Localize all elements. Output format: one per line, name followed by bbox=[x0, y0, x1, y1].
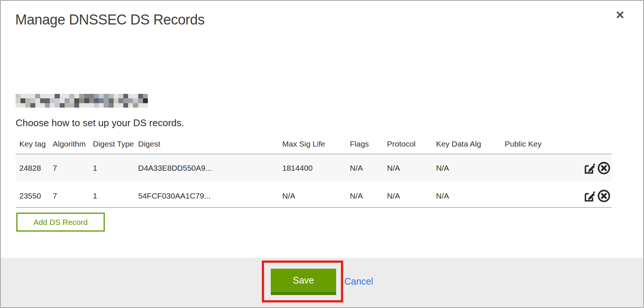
header-key-tag: Key tag bbox=[19, 140, 46, 148]
table-row: 24828 7 1 D4A33E8DD550A9... 1814400 N/A … bbox=[16, 154, 612, 182]
add-ds-record-button[interactable]: Add DS Record bbox=[16, 213, 105, 232]
row-actions bbox=[583, 189, 611, 203]
manage-dnssec-dialog: Manage DNSSEC DS Records ✕ Choose how to… bbox=[0, 0, 644, 308]
cell-key-tag: 23550 bbox=[19, 191, 41, 200]
cell-flags: N/A bbox=[350, 191, 363, 200]
cell-protocol: N/A bbox=[387, 191, 400, 200]
row-actions bbox=[583, 161, 611, 175]
cell-algorithm: 7 bbox=[53, 164, 57, 173]
cell-max-sig-life: 1814400 bbox=[282, 164, 313, 173]
header-protocol: Protocol bbox=[387, 140, 416, 148]
edit-icon[interactable] bbox=[583, 161, 597, 175]
header-digest: Digest bbox=[138, 140, 160, 148]
cell-key-data-alg: N/A bbox=[436, 191, 449, 200]
cell-digest: D4A33E8DD550A9... bbox=[138, 164, 212, 173]
dialog-title: Manage DNSSEC DS Records bbox=[15, 12, 205, 28]
table-header-row: Key tag Algorithm Digest Type Digest Max… bbox=[16, 140, 612, 150]
cell-flags: N/A bbox=[350, 164, 363, 173]
cell-key-tag: 24828 bbox=[19, 164, 41, 173]
table-bottom-border bbox=[16, 207, 612, 208]
domain-name-redacted bbox=[16, 94, 148, 108]
header-key-data-alg: Key Data Alg bbox=[436, 140, 481, 148]
cell-max-sig-life: N/A bbox=[282, 191, 295, 200]
edit-icon[interactable] bbox=[583, 189, 597, 203]
header-flags: Flags bbox=[350, 140, 369, 148]
close-icon[interactable]: ✕ bbox=[615, 10, 625, 21]
cancel-link[interactable]: Cancel bbox=[344, 276, 373, 287]
cell-algorithm: 7 bbox=[53, 191, 57, 200]
cell-protocol: N/A bbox=[387, 164, 400, 173]
header-public-key: Public Key bbox=[505, 140, 541, 148]
header-max-sig-life: Max Sig Life bbox=[282, 140, 325, 148]
cell-digest-type: 1 bbox=[93, 164, 97, 173]
save-button[interactable]: Save bbox=[271, 269, 336, 295]
cell-digest: 54FCF030AA1C79... bbox=[138, 191, 211, 200]
cell-key-data-alg: N/A bbox=[436, 164, 449, 173]
header-digest-type: Digest Type bbox=[93, 140, 134, 148]
delete-icon[interactable] bbox=[597, 161, 611, 175]
table-row: 23550 7 1 54FCF030AA1C79... N/A N/A N/A … bbox=[16, 185, 612, 207]
delete-icon[interactable] bbox=[597, 189, 611, 203]
header-algorithm: Algorithm bbox=[53, 140, 86, 148]
cell-digest-type: 1 bbox=[93, 191, 97, 200]
setup-instruction-text: Choose how to set up your DS records. bbox=[16, 117, 184, 129]
